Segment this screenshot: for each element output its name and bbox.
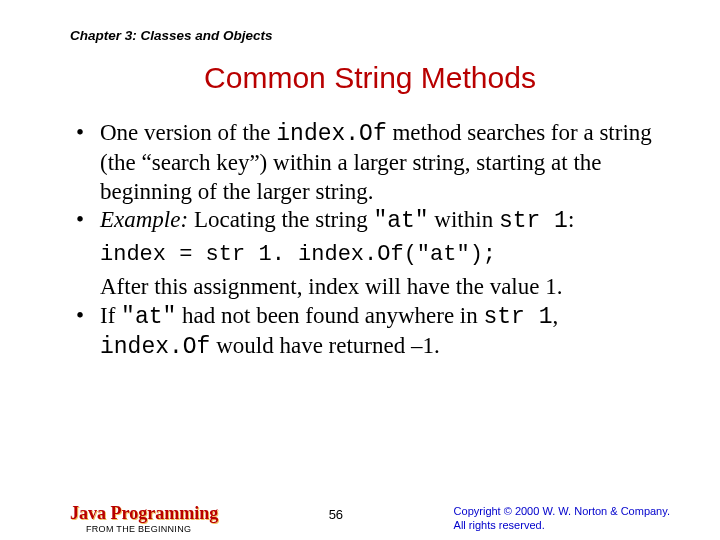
copyright-line-1: Copyright © 2000 W. W. Norton & Company. [454, 505, 670, 519]
example-label: Example: [100, 207, 188, 232]
bullet-list: One version of the index.Of method searc… [70, 119, 660, 236]
code-inline: str 1 [484, 304, 553, 330]
bullet-item-1: One version of the index.Of method searc… [70, 119, 660, 206]
bullet-list-2: If "at" had not been found anywhere in s… [70, 302, 660, 362]
continuation-text: After this assignment, index will have t… [100, 273, 670, 302]
code-inline: "at" [121, 304, 176, 330]
slide-title: Common String Methods [70, 61, 670, 95]
code-inline: index.Of [276, 121, 386, 147]
chapter-label: Chapter 3: Classes and Objects [70, 28, 670, 43]
text: , [553, 303, 559, 328]
text: Locating the string [188, 207, 373, 232]
brand-title: Java Programming [70, 503, 218, 524]
brand-subtitle: FROM THE BEGINNING [86, 524, 218, 534]
copyright-line-2: All rights reserved. [454, 519, 670, 533]
footer-brand: Java Programming FROM THE BEGINNING [70, 503, 218, 534]
copyright: Copyright © 2000 W. W. Norton & Company.… [454, 505, 670, 533]
page-number: 56 [329, 507, 343, 522]
bullet-item-3: If "at" had not been found anywhere in s… [70, 302, 660, 362]
bullet-item-2: Example: Locating the string "at" within… [70, 206, 660, 236]
text: : [568, 207, 574, 232]
text: If [100, 303, 121, 328]
slide: Chapter 3: Classes and Objects Common St… [0, 0, 720, 540]
text: One version of the [100, 120, 276, 145]
footer: Java Programming FROM THE BEGINNING 56 C… [0, 503, 720, 534]
code-inline: str 1 [499, 208, 568, 234]
text: would have returned –1. [210, 333, 439, 358]
text: had not been found anywhere in [176, 303, 483, 328]
text: within [429, 207, 499, 232]
code-inline: "at" [373, 208, 428, 234]
code-line: index = str 1. index.Of("at"); [100, 242, 670, 267]
code-inline: index.Of [100, 334, 210, 360]
